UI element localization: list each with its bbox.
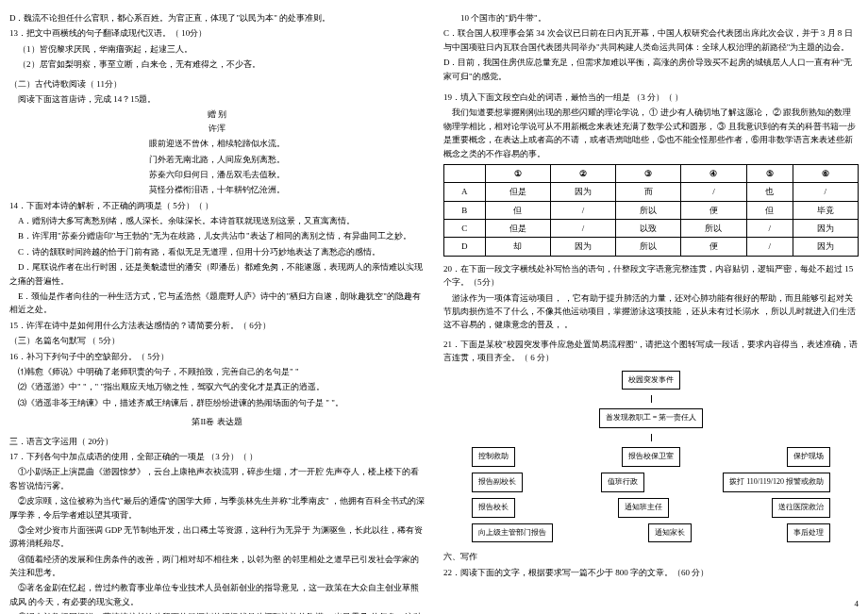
page-number: 4 [855,597,860,610]
th-5: ⑤ [746,164,793,182]
th-2: ② [550,164,615,182]
q16-1: ⑴韩愈《师说》中明确了老师职责的句子，不顾拍致，完善自己的名句是" " [9,365,425,378]
q17-6: ⑥冯友兰教授回忆说，蔡培培校长给他留下的最深刻的记忆就是他酒酝旋旋的胸襟， 光风… [9,610,425,614]
th-6: ⑥ [793,164,858,182]
q15: 15．许浑在诗中是如何用什么方法表达感情的？请简要分析。（ 6分） [9,319,425,332]
q17-2: ②皮宗颐，这位被称为当代"最后的通儒"的国学大师，与季羡林先生并称"北季南皮" … [9,494,425,522]
q13: 13．把文中画横线的句子翻译成现代汉语。（ 10分） [9,26,425,40]
flow-node-report-superior: 向上级主管部门报告 [472,523,553,543]
q14-c: C．诗的颔联时间跨越的恰于门前有路，看似无足无道理，但用十分巧妙地表达了离愁恋的… [9,245,425,258]
th-3: ③ [616,164,681,182]
q16-3: ⑶《逍遥非苓王纳谏》中，描述齐威王纳谏后，群臣纷纷进谏的热闹场面的句子是 " "… [9,396,425,409]
section6-title: 六、写作 [443,550,859,563]
option-d-12: D．魏流不论担任什么官职，都心系百姓。为官正直，体现了"以民为本" 的处事准则。 [9,11,425,25]
r-top-line: 10 个国市的"奶牛带"。 [443,11,859,25]
q14: 14．下面对本诗的解析，不正确的两项是（ 5分）（ ） [9,199,425,212]
flow-node-aftermath: 事后处理 [787,523,830,543]
q17-4: ④随着经济的发展和住房条件的改善，两门相对却不相往来，以邻为壑 的邻里相处之道早… [9,553,425,580]
q20-passage: 游泳作为一项体育运动项目， ，它有助于提升肺活的力量，还对心肺功能有很好的帮助，… [443,291,859,332]
r-c: C．联合国人权理事会第 34 次会议已日前在日内瓦开幕，中国人权研究会代表团出席… [443,26,859,54]
flow-node-duty-admin: 值班行政 [601,473,644,492]
flow-node-vice-principal: 报告副校长 [472,473,523,492]
flow-node-responsible: 首发现教职工 = 第一责任人 [599,408,704,428]
q13-2: （2）居官如梨明察，事至立断，白来仓，无有难得之，不少吝。 [9,58,425,71]
poem-line-4: 莫怪分襟衔泪语，十年耕钓忆沧洲。 [9,183,425,196]
th-blank [444,164,486,182]
table-row: A但是因为而/也/ [444,183,859,201]
flow-node-notify-parents: 通知家长 [648,523,692,543]
flow-node-call-emergency: 拨打 110/119/120 报警或救助 [723,473,830,492]
flow-node-protect: 保护现场 [787,447,830,467]
table-row: B但/所以便但毕竟 [444,201,859,219]
q22: 22．阅读下面的文字，根据要求写一篇不少于 800 字的文章。（60 分） [443,566,859,579]
q19-table: ① ② ③ ④ ⑤ ⑥ A但是因为而/也/ B但/所以便但毕竟 C但是/以致所以… [443,164,859,257]
q13-1: （1）皆倪黎求厌民，华南痼弼起，起逮三人。 [9,42,425,56]
poem-line-1: 眼前迎送不曾休，相续轮蹄似水流。 [9,137,425,150]
th-4: ④ [681,164,746,182]
q17-1: ①小剧场正上演昆曲《游园惊梦》，云台上康艳声衣袂流羽，碎步生烟，才一开腔 先声夺… [9,465,425,492]
q14-e: E．颈仙是作者向往的一种生活方式，它与孟浩然《题鹿野人庐》诗中的"栖归方自遂，朗… [9,290,425,317]
q19: 19．填入下面文段空白处的词语，最恰当的一组是 （3 分）（ ） [443,91,859,104]
flowchart: 校园突发事件 首发现教职工 = 第一责任人 控制救助 报告校保卫室 保护现场 报… [443,371,859,543]
q14-b: B．许浑用"苏秦分赠唐印"与王勃的"无为在歧路，儿女共沾巾"表达了相同的离别之情… [9,229,425,242]
poem-line-3: 苏秦六印归何日，潘岳双毛去值秋。 [9,168,425,181]
r-d: D．目前，我国住房供应总量充足，但需求加难以平衡，高涨的房价导致买不起房的城镇居… [443,56,859,83]
poem-author: 许浑 [9,122,425,135]
flow-node-principal: 报告校长 [472,498,515,518]
section2-sub: 阅读下面这首唐诗，完成 14？15题。 [9,92,425,106]
th-1: ① [485,164,550,182]
q14-a: A．赠别诗大多写离愁别绪，感人深长。余味深长。本诗首联就现送别这景，又直寓离情。 [9,214,425,227]
poem-line-2: 门外若无南北路，人间应免别离愁。 [9,153,425,166]
q15b: （三）名篇名句默写 （ 5分） [9,334,425,347]
q14-d: D．尾联说作者在出行时困，还是美貌遗世的潘安（即潘岳）都难免匆，不能遂愿，表现两… [9,260,425,288]
q20: 20．在下面一段文字横线处补写恰当的语句，什整段文字语意完整连贯，内容贴切，逻辑… [443,262,859,290]
flow-node-top: 校园突发事件 [622,371,680,390]
q21: 21．下面是某校"校园突发事件应急处置简易流程图"，请把这个图转写成一段话，要求… [443,338,859,365]
flow-node-hospital: 送往医院救治 [772,498,830,518]
section3-title: 三．语言文字运用（ 20分） [9,435,425,448]
flow-node-control: 控制救助 [472,447,515,467]
poem-title: 赠 别 [9,108,425,121]
q17: 17．下列各句中加点成语的使用，全部正确的一项是 （3 分）（ ） [9,450,425,463]
flow-node-report-security: 报告校保卫室 [622,447,680,467]
q17-3: ③全对少资市片面强调 GDP 无节制地开发，出口稀土等资源，这种行为无异于 为渊… [9,523,425,551]
flow-node-notify-teacher: 通知班主任 [618,498,669,518]
table-row: D却因为所以便/因为 [444,238,859,256]
q19-passage: 我们知道要想掌握刚刚出现的那些闪耀的理论学说， ① 进少有人确切地了解这愿论， … [443,106,859,160]
q16: 16．补习下列句子中的空缺部分。（ 5分） [9,350,425,363]
section2-title: （二）古代诗歌阅读（ 11分） [9,77,425,91]
q16-2: ⑵《逍遥游》中" "，" "指出顺应天地万物之性，驾驭六气的变化才是真正的逍遥。 [9,380,425,393]
q17-5: ⑤著名金剧在忆起，曾过约教育事业单位专业技术人员创新创业的指导意见 ，这一政策在… [9,581,425,608]
part2-title: 第II卷 表达题 [9,415,425,428]
table-row: C但是/以致所以/因为 [444,220,859,238]
